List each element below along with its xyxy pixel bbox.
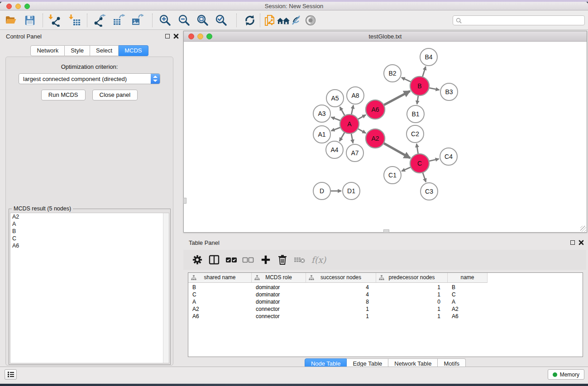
graph-node-A5[interactable]: A5: [326, 90, 344, 107]
graph-node-A4[interactable]: A4: [326, 141, 343, 158]
float-table-panel-icon[interactable]: [570, 240, 575, 245]
apply-layout-refresh-button[interactable]: [243, 13, 257, 28]
column-header-shared-name[interactable]: shared name: [188, 273, 252, 283]
result-scrollbar[interactable]: [163, 213, 169, 363]
graph-node-C1[interactable]: C1: [384, 167, 401, 184]
graph-node-D[interactable]: D: [313, 182, 330, 200]
zoom-selected-button[interactable]: [214, 13, 228, 28]
column-header-successor-nodes[interactable]: successor nodes: [306, 273, 376, 283]
zoom-in-button[interactable]: [158, 13, 172, 28]
select-all-button[interactable]: [225, 253, 238, 267]
table-row[interactable]: Bdominator41B: [188, 284, 583, 291]
graph-node-A2[interactable]: A2: [366, 129, 385, 148]
delete-table-button[interactable]: [293, 253, 306, 267]
graph-node-A3[interactable]: A3: [313, 105, 330, 122]
network-window-titlebar[interactable]: testGlobe.txt: [184, 31, 587, 42]
edge-C-C1[interactable]: [402, 167, 411, 171]
edge-A-A2[interactable]: [358, 129, 366, 133]
close-table-panel-icon[interactable]: [578, 240, 584, 245]
graph-node-B[interactable]: B: [410, 76, 429, 95]
table-row[interactable]: A2connector11A2: [188, 306, 583, 313]
table-row[interactable]: Cdominator41C: [188, 291, 583, 299]
edge-A-A7[interactable]: [351, 133, 353, 143]
graph-node-D1[interactable]: D1: [343, 182, 360, 200]
network-canvas[interactable]: B4B2BB3A8A5A6A3B1AA1C2A2A4A7C4CC1C3DD1: [184, 42, 587, 232]
toggle-graphics-details-button[interactable]: [289, 13, 304, 28]
search-input[interactable]: [464, 17, 584, 24]
zoom-out-button[interactable]: [177, 13, 191, 28]
edge-A2-C[interactable]: [383, 143, 410, 158]
graph-node-C3[interactable]: C3: [421, 183, 438, 200]
save-session-button[interactable]: [23, 13, 37, 28]
graph-node-B1[interactable]: B1: [407, 105, 424, 123]
edge-B-B2[interactable]: [402, 77, 411, 82]
zoom-fit-button[interactable]: [195, 13, 210, 28]
close-panel-icon[interactable]: [173, 33, 179, 39]
run-mcds-button[interactable]: Run MCDS: [41, 90, 86, 100]
column-header-name[interactable]: name: [448, 273, 488, 283]
export-table-button[interactable]: [111, 13, 126, 28]
edge-A-A4[interactable]: [339, 132, 345, 141]
result-item[interactable]: A2: [10, 213, 163, 220]
result-item[interactable]: A6: [10, 242, 163, 249]
graph-node-A7[interactable]: A7: [346, 144, 363, 162]
graph-node-A[interactable]: A: [340, 114, 359, 133]
tab-network[interactable]: Network: [30, 45, 65, 56]
search-field[interactable]: [453, 15, 585, 25]
edge-A-A5[interactable]: [340, 107, 345, 116]
table-row[interactable]: A6connector11A6: [188, 313, 583, 320]
graph-node-C2[interactable]: C2: [406, 125, 424, 143]
edge-C-C4[interactable]: [429, 159, 439, 161]
birdseye-view-button[interactable]: [303, 13, 318, 28]
show-column-button[interactable]: [207, 253, 221, 267]
graph-node-B4[interactable]: B4: [420, 48, 437, 66]
result-item[interactable]: C: [10, 235, 163, 242]
tab-select[interactable]: Select: [90, 45, 119, 56]
edge-C-C3[interactable]: [423, 172, 426, 182]
graph-node-A1[interactable]: A1: [313, 126, 330, 143]
edge-C-C2[interactable]: [416, 144, 418, 154]
column-header-MCDS-role[interactable]: MCDS role: [252, 273, 306, 283]
new-network-from-file-button[interactable]: [263, 13, 277, 28]
import-network-button[interactable]: [47, 13, 62, 28]
graph-node-B2[interactable]: B2: [384, 65, 401, 82]
result-item[interactable]: A: [10, 220, 163, 228]
function-builder-button[interactable]: f(x): [309, 253, 328, 267]
open-folder-button[interactable]: [4, 13, 18, 28]
edge-A-A1[interactable]: [331, 127, 341, 131]
edge-A-A3[interactable]: [331, 117, 341, 121]
edge-A-A8[interactable]: [351, 105, 353, 115]
window-titlebar[interactable]: Session: New Session: [0, 2, 588, 10]
graph-node-C[interactable]: C: [410, 154, 429, 173]
edge-B-B4[interactable]: [422, 67, 425, 77]
add-row-button[interactable]: [259, 253, 272, 267]
edge-A6-B[interactable]: [384, 91, 410, 105]
graph-node-A6[interactable]: A6: [366, 100, 385, 119]
edge-B-B3[interactable]: [429, 88, 440, 90]
tab-style[interactable]: Style: [65, 45, 90, 56]
result-item[interactable]: B: [10, 228, 163, 235]
close-panel-button[interactable]: Close panel: [92, 90, 138, 100]
splitter-handle[interactable]: [183, 198, 186, 204]
memory-button[interactable]: Memory: [548, 369, 584, 380]
delete-row-button[interactable]: [276, 253, 289, 267]
deselect-all-button[interactable]: [241, 253, 255, 267]
node-table[interactable]: shared nameMCDS rolesuccessor nodesprede…: [188, 272, 583, 357]
graph-node-A8[interactable]: A8: [347, 87, 364, 104]
home-button[interactable]: [276, 13, 291, 28]
edge-B-B1[interactable]: [417, 95, 418, 104]
tab-mcds[interactable]: MCDS: [119, 45, 148, 56]
splitter-handle[interactable]: [383, 229, 389, 233]
graph-node-C4[interactable]: C4: [440, 148, 457, 165]
graph-node-B3[interactable]: B3: [440, 83, 458, 100]
table-settings-button[interactable]: [191, 253, 204, 267]
float-panel-icon[interactable]: [165, 34, 170, 38]
edge-A-A6[interactable]: [358, 115, 366, 119]
column-header-predecessor-nodes[interactable]: predecessor nodes: [376, 273, 448, 283]
criterion-select[interactable]: largest connected component (directed): [19, 73, 160, 84]
show-panel-list-button[interactable]: [5, 369, 17, 380]
export-network-button[interactable]: [92, 13, 107, 28]
resize-grip[interactable]: [580, 226, 586, 232]
export-image-button[interactable]: [130, 13, 144, 28]
import-table-button[interactable]: [67, 13, 82, 28]
